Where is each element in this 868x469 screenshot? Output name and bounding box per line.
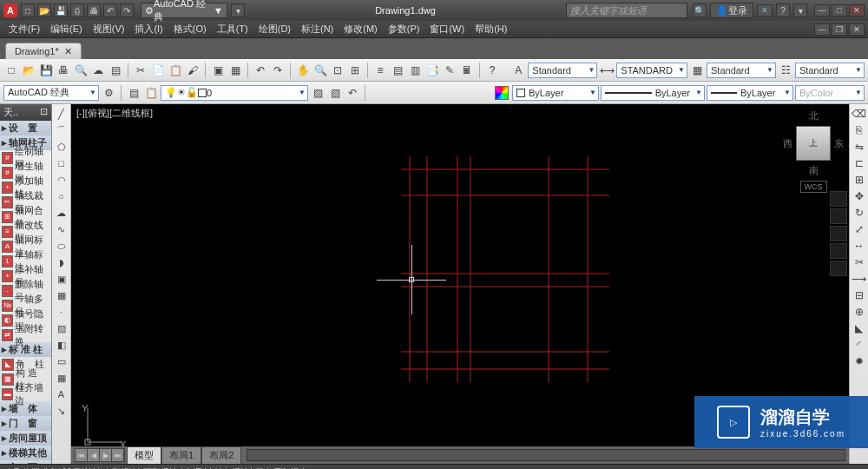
paste-icon[interactable]: 📋 bbox=[168, 63, 183, 78]
toolpalette-icon[interactable]: ▥ bbox=[407, 63, 423, 78]
wcs-badge[interactable]: WCS bbox=[800, 181, 827, 193]
viewcube-north[interactable]: 北 bbox=[809, 109, 819, 122]
viewcube-west[interactable]: 西 bbox=[783, 137, 792, 150]
tianzheng-item[interactable]: ▸立 面 bbox=[0, 460, 51, 464]
mirror-icon[interactable]: ⇋ bbox=[852, 139, 867, 155]
linetype-select[interactable]: ByLayer bbox=[601, 85, 705, 101]
dropdown-icon[interactable]: ▾ bbox=[793, 3, 807, 17]
viewcube-east[interactable]: 东 bbox=[834, 137, 844, 150]
table-icon[interactable]: ▦ bbox=[54, 370, 69, 386]
makeblock-icon[interactable]: ▦ bbox=[54, 287, 69, 303]
polygon-icon[interactable]: ⬠ bbox=[54, 139, 69, 155]
qat-open-icon[interactable]: 📂 bbox=[37, 3, 51, 17]
point-icon[interactable]: · bbox=[54, 304, 69, 320]
layout-next-icon[interactable]: ▶ bbox=[100, 449, 112, 461]
mlstyle-icon[interactable]: ☷ bbox=[778, 63, 793, 78]
tianzheng-item[interactable]: ▸门 窗 bbox=[0, 416, 51, 431]
layout-last-icon[interactable]: ⏭ bbox=[112, 449, 124, 461]
matchprop-icon[interactable]: 🖌 bbox=[185, 63, 201, 78]
dimstyle-select[interactable]: STANDARD bbox=[616, 63, 687, 78]
erase-icon[interactable]: ⌫ bbox=[852, 106, 867, 122]
workspace-select-2[interactable]: AutoCAD 经典 bbox=[3, 85, 99, 101]
ellipsearc-icon[interactable]: ◗ bbox=[54, 254, 69, 270]
search-icon[interactable]: 🔍 bbox=[693, 3, 707, 17]
menu-edit[interactable]: 编辑(E) bbox=[45, 21, 88, 37]
layout-first-icon[interactable]: ⏮ bbox=[76, 449, 88, 461]
doc-minimize-button[interactable]: — bbox=[814, 23, 830, 36]
menu-draw[interactable]: 绘图(D) bbox=[253, 21, 296, 37]
blockedit-icon[interactable]: ▦ bbox=[227, 63, 243, 78]
stretch-icon[interactable]: ↔ bbox=[852, 238, 867, 254]
layer-select[interactable]: 💡 ☀ 🔓 0 bbox=[161, 85, 308, 101]
menu-format[interactable]: 格式(O) bbox=[168, 21, 212, 37]
undo-icon[interactable]: ↶ bbox=[253, 63, 268, 78]
layout-tab-1[interactable]: 布局1 bbox=[161, 446, 201, 465]
arc-icon[interactable]: ◠ bbox=[54, 172, 69, 188]
help-icon[interactable]: ? bbox=[776, 3, 790, 17]
layout-scrollbar[interactable] bbox=[247, 449, 845, 461]
rotate-icon[interactable]: ↻ bbox=[852, 205, 867, 221]
ellipse-icon[interactable]: ⬭ bbox=[54, 238, 69, 254]
viewcube[interactable]: 北 西 上 东 南 WCS bbox=[783, 109, 844, 188]
navwheel-icon[interactable] bbox=[830, 191, 847, 207]
exchange-icon[interactable]: ✕ bbox=[757, 4, 773, 17]
mlstyle-select[interactable]: Standard bbox=[795, 63, 865, 78]
menu-view[interactable]: 视图(V) bbox=[88, 21, 130, 37]
workspace-selector[interactable]: ⚙ AutoCAD 经典 ▼ bbox=[141, 3, 227, 18]
copy2-icon[interactable]: ⎘ bbox=[852, 122, 867, 138]
move-icon[interactable]: ✥ bbox=[852, 188, 867, 204]
preview-icon[interactable]: 🔍 bbox=[73, 63, 89, 78]
lineweight-select[interactable]: ByLayer bbox=[707, 85, 793, 101]
textstyle-icon[interactable]: A bbox=[510, 63, 526, 78]
publish-icon[interactable]: ☁ bbox=[90, 63, 106, 78]
layout-prev-icon[interactable]: ◀ bbox=[88, 449, 100, 461]
tab-close-icon[interactable]: ✕ bbox=[64, 46, 72, 57]
revcloud-icon[interactable]: ☁ bbox=[54, 205, 69, 221]
navzoom-icon[interactable] bbox=[830, 226, 847, 241]
mtext-icon[interactable]: A bbox=[54, 386, 69, 402]
document-tab[interactable]: Drawing1* ✕ bbox=[5, 43, 82, 59]
extend-icon[interactable]: ⟶ bbox=[852, 271, 867, 287]
trim-icon[interactable]: ✂ bbox=[852, 254, 867, 270]
addsel-icon[interactable]: ↘ bbox=[54, 403, 69, 419]
viewcube-south[interactable]: 南 bbox=[809, 164, 819, 177]
menu-dimension[interactable]: 标注(N) bbox=[296, 21, 339, 37]
maximize-button[interactable]: □ bbox=[832, 4, 847, 17]
block-icon[interactable]: ▣ bbox=[210, 63, 226, 78]
textstyle-select[interactable]: Standard bbox=[528, 63, 597, 78]
plot-icon[interactable]: 🖶 bbox=[56, 63, 71, 78]
sheet-icon[interactable]: ▤ bbox=[108, 63, 123, 78]
offset-icon[interactable]: ⊏ bbox=[852, 155, 867, 171]
gradient-icon[interactable]: ◧ bbox=[54, 337, 69, 353]
qat-more-icon[interactable]: ▾ bbox=[231, 3, 245, 17]
line-icon[interactable]: ╱ bbox=[54, 106, 69, 122]
layeriso-icon[interactable]: ▨ bbox=[310, 85, 326, 101]
tablestyle-icon[interactable]: ▦ bbox=[689, 63, 705, 78]
menu-insert[interactable]: 插入(I) bbox=[129, 21, 168, 37]
circle-icon[interactable]: ○ bbox=[54, 188, 69, 204]
menu-modify[interactable]: 修改(M) bbox=[339, 21, 383, 37]
tianzheng-item[interactable]: ▬柱齐墙边 bbox=[0, 386, 51, 401]
menu-tools[interactable]: 工具(T) bbox=[212, 21, 253, 37]
minimize-button[interactable]: — bbox=[814, 4, 830, 17]
doc-close-button[interactable]: ✕ bbox=[849, 23, 865, 36]
qat-undo-icon[interactable]: ↶ bbox=[103, 3, 117, 17]
pline-icon[interactable]: ⌒ bbox=[54, 122, 69, 138]
zoomwin-icon[interactable]: ⊡ bbox=[330, 63, 345, 78]
cut-icon[interactable]: ✂ bbox=[133, 63, 148, 78]
spline-icon[interactable]: ∿ bbox=[54, 221, 69, 237]
tianzheng-item[interactable]: ▸设 置 bbox=[0, 121, 51, 135]
tianzheng-item[interactable]: ▸房间屋顶 bbox=[0, 431, 51, 446]
search-input[interactable]: 搜入关键字或短语 bbox=[566, 3, 687, 18]
qat-new-icon[interactable]: □ bbox=[21, 3, 35, 17]
layerstate-icon[interactable]: 📋 bbox=[143, 85, 159, 101]
doc-restore-button[interactable]: ❐ bbox=[832, 23, 847, 36]
layerprop-icon[interactable]: ▤ bbox=[126, 85, 141, 101]
properties-icon[interactable]: ≡ bbox=[372, 63, 388, 78]
layout-tab-2[interactable]: 布局2 bbox=[201, 446, 241, 465]
color-select[interactable]: ByLayer bbox=[512, 85, 599, 101]
tianzheng-item[interactable]: ▸楼梯其他 bbox=[0, 446, 51, 460]
layout-tab-model[interactable]: 模型 bbox=[127, 446, 161, 465]
open-icon[interactable]: 📂 bbox=[21, 63, 36, 78]
region-icon[interactable]: ▭ bbox=[54, 353, 69, 369]
